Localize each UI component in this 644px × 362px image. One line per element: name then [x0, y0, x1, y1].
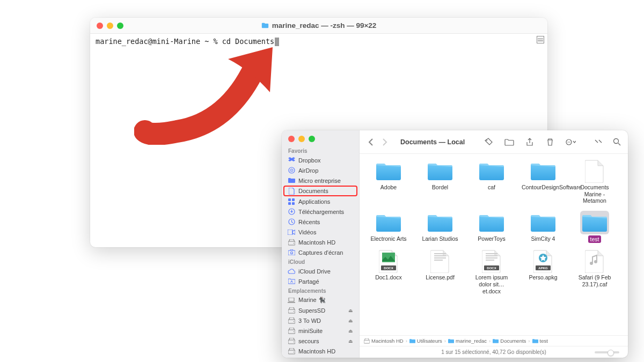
- folder-icon: [426, 159, 455, 183]
- sidebar-item-captures-d-cran[interactable]: Captures d'écran: [283, 247, 357, 257]
- folder-icon: [374, 159, 403, 183]
- file-item[interactable]: DOCXDoc1.docx: [367, 249, 410, 294]
- forward-button[interactable]: [379, 136, 391, 148]
- eject-icon[interactable]: ⏏: [348, 308, 353, 313]
- maximize-button[interactable]: [117, 23, 123, 29]
- sidebar-item-dropbox[interactable]: Dropbox: [283, 155, 357, 165]
- file-item[interactable]: Bordel: [419, 159, 462, 204]
- file-item[interactable]: SimCity 4: [522, 211, 565, 243]
- sidebar-item-macintosh-hd[interactable]: Macintosh HD: [283, 237, 357, 247]
- eject-icon[interactable]: ⏏: [348, 338, 353, 344]
- file-label: License.pdf: [426, 274, 455, 281]
- file-item[interactable]: caf: [470, 159, 513, 204]
- file-icon: DOCX: [477, 249, 506, 273]
- sidebar-item-macintosh-hd[interactable]: Macintosh HD: [283, 346, 357, 356]
- icon-size-slider[interactable]: [595, 351, 619, 353]
- sidebar-item-minisuite[interactable]: miniSuite⏏: [283, 326, 357, 336]
- sidebar-item-t-l-chargements[interactable]: Téléchargements: [283, 206, 357, 217]
- path-segment[interactable]: marine_redac: [448, 338, 487, 344]
- terminal-line: marine_redac@mini-Marine ~ % cd Document…: [96, 37, 279, 46]
- share-button[interactable]: [524, 136, 536, 148]
- file-item[interactable]: Documents Marine - Metamon: [573, 159, 616, 204]
- sidebar-item-documents[interactable]: Documents: [283, 186, 357, 196]
- svg-rect-9: [288, 230, 292, 235]
- sidebar-item-label: Dropbox: [298, 157, 321, 164]
- folder-icon: [529, 211, 558, 234]
- svg-rect-15: [289, 298, 294, 301]
- sidebar-item-partag-[interactable]: Partagé: [283, 276, 357, 286]
- sidebar-item-secours[interactable]: secours⏏: [283, 336, 357, 346]
- file-item[interactable]: test: [573, 211, 616, 243]
- sidebar-item-icloud-drive[interactable]: iCloud Drive: [283, 266, 357, 276]
- eject-icon[interactable]: ⏏: [348, 328, 353, 334]
- file-label: Doc1.docx: [375, 274, 402, 281]
- airdrop-icon: [288, 167, 295, 174]
- file-label: Adobe: [380, 184, 397, 191]
- path-segment[interactable]: Documents: [493, 338, 526, 344]
- svg-point-26: [486, 139, 487, 141]
- maximize-button[interactable]: [309, 136, 315, 142]
- file-item[interactable]: Safari (9 Feb 23.17).caf: [573, 249, 616, 294]
- path-segment[interactable]: Utilisateurs: [409, 338, 442, 344]
- tags-button[interactable]: [483, 136, 495, 148]
- close-button[interactable]: [97, 23, 103, 29]
- eject-icon[interactable]: ⏏: [348, 318, 353, 323]
- sidebar-item-micro-entreprise[interactable]: Micro entreprise: [283, 175, 357, 186]
- search-button[interactable]: [611, 136, 623, 148]
- back-button[interactable]: [365, 136, 377, 148]
- svg-point-19: [293, 321, 294, 322]
- sidebar-item-superssd[interactable]: SupersSD⏏: [283, 305, 357, 315]
- file-label: test: [588, 235, 602, 243]
- status-bar: 1 sur 15 sélectionné, 40,72 Go disponibl…: [360, 346, 628, 358]
- svg-rect-39: [486, 253, 497, 254]
- sidebar-item-marine-[interactable]: Marine 🐈‍⬛: [283, 295, 357, 305]
- clock-icon: [288, 218, 295, 226]
- status-text: 1 sur 15 sélectionné, 40,72 Go disponibl…: [441, 349, 546, 355]
- sidebar-item-airdrop[interactable]: AirDrop: [283, 165, 357, 175]
- file-item[interactable]: DOCXLorem ipsum dolor sit…et.docx: [470, 249, 513, 294]
- close-button[interactable]: [288, 136, 295, 142]
- sidebar-item-r-cents[interactable]: Récents: [283, 217, 357, 227]
- file-label: PowerToys: [478, 235, 505, 242]
- camera-icon: [288, 249, 295, 256]
- file-item[interactable]: ContourDesignSoftware: [522, 159, 565, 204]
- svg-point-2: [291, 170, 292, 171]
- delete-button[interactable]: [544, 136, 556, 148]
- sidebar-item-label: Macintosh HD: [298, 239, 335, 246]
- file-item[interactable]: PowerToys: [470, 211, 513, 243]
- file-item[interactable]: Larian Studios: [419, 211, 462, 243]
- path-segment[interactable]: Macintosh HD: [364, 338, 404, 344]
- finder-content[interactable]: AdobeBordelcafContourDesignSoftwareDocum…: [360, 154, 628, 335]
- file-item[interactable]: Electronic Arts: [367, 211, 410, 243]
- disk-icon: [288, 327, 295, 335]
- path-separator: ›: [444, 338, 446, 344]
- sidebar-section-label: iCloud: [282, 257, 359, 266]
- new-folder-button[interactable]: [503, 136, 515, 148]
- minimize-button[interactable]: [107, 23, 113, 29]
- svg-rect-6: [292, 202, 295, 205]
- sidebar-item-label: Micro entreprise: [298, 178, 341, 184]
- disk-icon: [288, 239, 295, 246]
- svg-text:DOCX: DOCX: [384, 267, 393, 270]
- minimize-button[interactable]: [298, 136, 305, 142]
- path-segment[interactable]: test: [532, 338, 548, 344]
- sidebar-item-label: 3 To WD: [298, 317, 321, 324]
- file-item[interactable]: License.pdf: [419, 249, 462, 294]
- overflow-button[interactable]: [592, 136, 604, 148]
- path-separator: ›: [489, 338, 491, 344]
- sidebar-section-label: Favoris: [282, 146, 359, 155]
- sidebar-item-vid-os[interactable]: Vidéos: [283, 227, 357, 237]
- file-label: Larian Studios: [422, 235, 458, 242]
- file-item[interactable]: Adobe: [367, 159, 410, 204]
- sidebar-item-applications[interactable]: Applications: [283, 196, 357, 206]
- svg-rect-3: [288, 198, 291, 201]
- sidebar-item-3-to-wd[interactable]: 3 To WD⏏: [283, 315, 357, 326]
- svg-rect-5: [288, 202, 291, 205]
- dropbox-icon: [288, 157, 295, 164]
- file-item[interactable]: APKGPerso.apkg: [522, 249, 565, 294]
- file-label: Documents Marine - Metamon: [573, 184, 616, 204]
- file-label: Electronic Arts: [370, 235, 406, 242]
- disk-icon: [288, 317, 295, 324]
- action-menu-button[interactable]: [565, 136, 576, 148]
- sidebar-item-label: Vidéos: [298, 229, 316, 235]
